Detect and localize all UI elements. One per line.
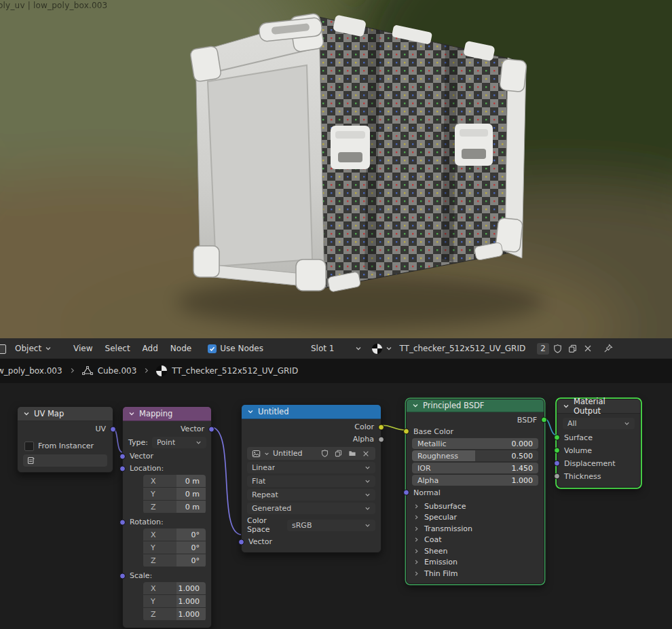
section-subsurface[interactable]: Subsurface <box>407 501 544 512</box>
chevron-down-icon <box>355 345 362 352</box>
scale-y-field[interactable]: Y1.000 <box>143 595 206 607</box>
projection-dropdown[interactable]: Flat <box>247 475 375 487</box>
socket-vector-input[interactable] <box>238 539 244 545</box>
socket-thickness-input[interactable] <box>554 473 560 480</box>
menu-add[interactable]: Add <box>136 344 164 353</box>
ior-slider[interactable]: IOR 1.450 <box>412 463 538 473</box>
socket-color-output[interactable] <box>378 424 384 430</box>
interpolation-dropdown[interactable]: Linear <box>247 462 375 473</box>
socket-vector-output[interactable] <box>208 426 214 432</box>
fake-user-shield-button[interactable] <box>320 448 330 459</box>
section-specular[interactable]: Specular <box>407 512 544 524</box>
collapse-chevron-icon[interactable] <box>412 402 419 409</box>
input-vector: Vector <box>242 536 381 547</box>
open-image-folder-button[interactable] <box>347 448 357 459</box>
blender-shader-editor: { "viewport": { "overlay_text": "oly_uv … <box>0 0 672 629</box>
alpha-slider[interactable]: Alpha 1.000 <box>412 475 538 486</box>
collapse-chevron-icon[interactable] <box>128 410 135 417</box>
socket-bsdf-output[interactable] <box>541 417 547 423</box>
input-volume: Volume <box>557 444 640 456</box>
node-image-texture[interactable]: Untitled Color Alpha Untitled Linear Fla… <box>241 404 381 553</box>
menu-view[interactable]: View <box>67 344 98 353</box>
editor-type-icon[interactable] <box>0 343 9 354</box>
socket-location-input[interactable] <box>119 465 126 471</box>
chevron-right-icon <box>69 367 75 376</box>
chevron-down-icon <box>624 420 630 427</box>
3d-viewport[interactable]: oly_uv | low_poly_box.003 <box>0 0 672 338</box>
image-datablock-field[interactable]: Untitled <box>247 447 375 460</box>
node-uv-map[interactable]: UV Map UV From Instancer <box>17 406 113 473</box>
source-dropdown[interactable]: Generated <box>247 503 375 514</box>
unlink-material-button[interactable] <box>582 342 594 355</box>
target-dropdown[interactable]: All <box>563 418 635 429</box>
new-image-button[interactable] <box>333 448 343 459</box>
color-space-dropdown[interactable]: sRGB <box>287 520 375 531</box>
socket-uv-output[interactable] <box>110 426 116 432</box>
location-z-field[interactable]: Z0 m <box>143 501 206 513</box>
type-dropdown[interactable]: Point <box>152 437 206 448</box>
node-title: Mapping <box>139 409 172 418</box>
use-nodes-toggle[interactable]: Use Nodes <box>202 344 269 353</box>
section-sheen[interactable]: Sheen <box>407 545 544 557</box>
shader-type-dropdown[interactable]: Object <box>9 344 58 353</box>
type-row: Type: Point <box>128 437 206 448</box>
output-vector: Vector <box>123 423 211 435</box>
chevron-down-icon <box>386 345 392 352</box>
roughness-slider[interactable]: Roughness 0.500 <box>412 450 538 461</box>
slot-dropdown[interactable]: Slot 1 <box>305 344 368 353</box>
rotation-z-field[interactable]: Z0° <box>143 554 206 567</box>
input-vector: Vector <box>123 450 211 462</box>
collapse-chevron-icon[interactable] <box>23 410 30 417</box>
socket-volume-input[interactable] <box>554 448 560 454</box>
socket-scale-input[interactable] <box>119 573 126 579</box>
socket-alpha-output[interactable] <box>378 436 384 442</box>
chevron-down-icon <box>365 465 371 471</box>
socket-base-color-input[interactable] <box>403 429 409 435</box>
rotation-x-field[interactable]: X0° <box>143 528 206 541</box>
shader-editor-header: Object View Select Add Node Use Nodes Sl… <box>0 338 672 359</box>
context-path: w_poly_box.003 Cube.003 TT_checker_512x5… <box>0 359 672 383</box>
breadcrumb-material[interactable]: TT_checker_512x512_UV_GRID <box>172 366 298 376</box>
scale-x-field[interactable]: X1.000 <box>143 582 206 594</box>
menu-node[interactable]: Node <box>164 344 198 353</box>
node-material-output[interactable]: Material Output All Surface Volume Displ… <box>557 399 641 488</box>
uv-map-select-field[interactable] <box>23 454 107 467</box>
fake-user-shield-button[interactable] <box>552 342 564 355</box>
menu-select[interactable]: Select <box>99 344 136 353</box>
node-principled-bsdf[interactable]: Principled BSDF BSDF Base Color Metallic… <box>406 399 544 584</box>
material-name-field[interactable]: TT_checker_512x512_UV_GRID <box>395 344 531 353</box>
extension-dropdown[interactable]: Repeat <box>247 489 375 501</box>
section-transmission[interactable]: Transmission <box>407 523 544 535</box>
from-instancer-row[interactable]: From Instancer <box>18 440 113 452</box>
metallic-slider[interactable]: Metallic 0.000 <box>412 438 538 449</box>
chevron-right-icon <box>143 367 149 376</box>
material-name: TT_checker_512x512_UV_GRID <box>399 344 525 353</box>
checkbox-unchecked-icon[interactable] <box>24 442 34 451</box>
chevron-right-icon <box>413 559 419 565</box>
socket-displacement-input[interactable] <box>554 461 560 467</box>
scale-z-field[interactable]: Z1.000 <box>143 608 206 620</box>
material-users-count[interactable]: 2 <box>537 343 549 355</box>
breadcrumb-mesh[interactable]: Cube.003 <box>98 366 137 376</box>
socket-vector-input[interactable] <box>119 453 126 459</box>
duplicate-material-button[interactable] <box>567 342 579 355</box>
socket-rotation-input[interactable] <box>119 519 126 525</box>
collapse-chevron-icon[interactable] <box>563 403 570 410</box>
collapse-chevron-icon[interactable] <box>247 408 254 415</box>
section-thin-film[interactable]: Thin Film <box>407 568 544 579</box>
unlink-image-button[interactable] <box>360 448 371 459</box>
material-browse-dropdown[interactable] <box>369 344 395 354</box>
node-header: Mapping <box>123 407 211 421</box>
input-base-color[interactable]: Base Color <box>407 426 544 437</box>
socket-surface-input[interactable] <box>554 435 560 441</box>
checkbox-checked-icon <box>208 344 217 353</box>
location-x-field[interactable]: X0 m <box>143 475 206 487</box>
location-y-field[interactable]: Y0 m <box>143 488 206 500</box>
section-coat[interactable]: Coat <box>407 535 544 546</box>
rotation-y-field[interactable]: Y0° <box>143 541 206 554</box>
node-mapping[interactable]: Mapping Vector Type: Point Vector Locati… <box>122 406 212 628</box>
socket-normal-input[interactable] <box>403 490 409 496</box>
section-emission[interactable]: Emission <box>407 557 544 569</box>
input-normal: Normal <box>407 487 544 498</box>
pin-button[interactable] <box>602 342 614 355</box>
